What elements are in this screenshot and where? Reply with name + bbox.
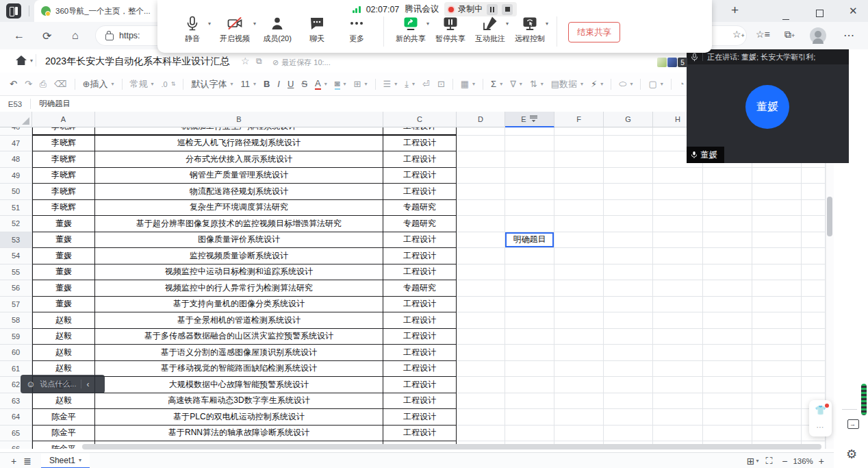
cell-A58[interactable]: 赵毅 [32, 312, 95, 329]
wps-home-button[interactable]: ▾ [15, 55, 33, 66]
column-filter-icon[interactable] [529, 115, 538, 123]
cell-K62[interactable] [802, 377, 826, 393]
undo-icon[interactable]: ↶ [10, 79, 17, 89]
cell-D49[interactable] [457, 168, 505, 184]
cell-F53[interactable] [554, 232, 604, 249]
cell-G58[interactable] [604, 312, 653, 329]
cell-A57[interactable]: 董媛 [32, 297, 95, 313]
skin-widget[interactable]: 👕 ⋯ [809, 400, 832, 436]
data-tools-button[interactable]: ▤数据 [551, 78, 577, 90]
cell-D58[interactable] [457, 312, 505, 329]
cell-F54[interactable] [554, 248, 604, 264]
cell-E55[interactable] [505, 264, 554, 281]
cell-A54[interactable]: 董媛 [32, 248, 95, 264]
cell-B54[interactable]: 监控视频质量诊断系统设计 [95, 248, 383, 264]
refresh-icon[interactable]: ⟳ [42, 29, 51, 42]
cell-I63[interactable] [703, 393, 752, 410]
zoom-in-icon[interactable]: + [819, 456, 824, 467]
cell-F64[interactable] [554, 409, 604, 426]
cell-G49[interactable] [604, 168, 653, 184]
end-share-button[interactable]: 结束共享 [568, 22, 620, 42]
cell-K51[interactable] [802, 200, 826, 217]
new-tab-button[interactable]: + [731, 3, 739, 16]
camera-button[interactable]: 开启视频 [212, 15, 257, 44]
annotate-dropdown-icon[interactable]: ▾ [506, 21, 509, 27]
workspaces-icon[interactable] [6, 3, 21, 19]
cell-H57[interactable] [653, 297, 703, 313]
row-header-51[interactable]: 51 [0, 200, 32, 217]
mute-button[interactable]: 静音 [173, 15, 212, 44]
video-tile[interactable]: 董媛 董媛 [687, 64, 849, 163]
cell-I61[interactable] [703, 361, 752, 378]
row-header-52[interactable]: 52 [0, 216, 32, 232]
cell-E57[interactable] [505, 297, 554, 313]
cell-J64[interactable] [752, 409, 802, 426]
cell-D62[interactable] [457, 377, 505, 393]
cell-G65[interactable] [604, 426, 653, 442]
camera-dropdown-icon[interactable]: ▾ [253, 21, 256, 27]
redo-icon[interactable]: ↷ [25, 79, 32, 89]
cell-F63[interactable] [554, 393, 604, 410]
window-close-button[interactable]: ✕ [849, 5, 858, 16]
font-name-select[interactable]: 默认字体 [191, 78, 227, 90]
eraser-icon[interactable]: ⌫ [54, 79, 66, 89]
cell-D47[interactable] [457, 136, 505, 152]
cell-A49[interactable]: 李晓辉 [32, 168, 95, 184]
cell-H59[interactable] [653, 329, 703, 345]
wrap-text-icon[interactable]: ⏎ [422, 79, 430, 89]
cell-D63[interactable] [457, 393, 505, 410]
cell-J65[interactable] [752, 426, 802, 442]
cell-C56[interactable]: 专题研究 [383, 280, 457, 297]
cell-H51[interactable] [653, 200, 703, 217]
cell-A50[interactable]: 李晓辉 [32, 184, 95, 200]
cell-H50[interactable] [653, 184, 703, 200]
cell-I56[interactable] [703, 280, 752, 297]
cell-J54[interactable] [752, 248, 802, 264]
vertical-align-button[interactable]: ⤓ [405, 79, 409, 90]
cell-D52[interactable] [457, 216, 505, 232]
cell-B58[interactable]: 基于全景相机的管道检测系统设计 [95, 312, 383, 329]
cell-H58[interactable] [653, 312, 703, 329]
cell-C52[interactable]: 专题研究 [383, 216, 457, 232]
column-header-G[interactable]: G [604, 112, 653, 127]
cell-E47[interactable] [505, 136, 554, 152]
annotate-button[interactable]: 互动批注 [470, 15, 510, 44]
cell-J59[interactable] [752, 329, 802, 345]
pause-recording-button[interactable] [487, 4, 498, 15]
cell-I64[interactable] [703, 409, 752, 426]
cell-I50[interactable] [703, 184, 752, 200]
cell-E50[interactable] [505, 184, 554, 200]
cell-G51[interactable] [604, 200, 653, 217]
cell-I53[interactable] [703, 232, 752, 249]
cell-J53[interactable] [752, 232, 802, 249]
cell-J51[interactable] [752, 200, 802, 217]
home-icon[interactable]: ⌂ [72, 29, 79, 42]
settings-button[interactable]: ◔ [679, 79, 685, 89]
emoji-icon[interactable]: ☺ [26, 379, 35, 389]
cell-B65[interactable]: 基于RNN算法的轴承故障诊断系统设计 [95, 426, 383, 442]
cell-G46[interactable] [604, 127, 653, 136]
cell-F49[interactable] [554, 168, 604, 184]
cell-B48[interactable]: 分布式光伏接入展示系统设计 [95, 151, 383, 168]
cell-E64[interactable] [505, 409, 554, 426]
cell-B46[interactable]: 机械加工行业生产排程系统设计 [95, 127, 383, 136]
quick-chat-bar[interactable]: ☺ 说点什么... ‹ [21, 375, 105, 393]
column-header-B[interactable]: B [95, 112, 383, 127]
cell-J58[interactable] [752, 312, 802, 329]
cell-G48[interactable] [604, 151, 653, 168]
chart-button[interactable]: ▦ [461, 79, 469, 89]
cell-H64[interactable] [653, 409, 703, 426]
cell-J50[interactable] [752, 184, 802, 200]
cell-F47[interactable] [554, 136, 604, 152]
cell-A55[interactable]: 董媛 [32, 264, 95, 281]
row-header-57[interactable]: 57 [0, 297, 32, 313]
cell-A65[interactable]: 陈金平 [32, 426, 95, 442]
cell-G52[interactable] [604, 216, 653, 232]
row-header-47[interactable]: 47 [0, 136, 32, 152]
vertical-scrollbar-thumb[interactable] [827, 197, 832, 236]
decimal-button[interactable]: .0 [162, 80, 168, 88]
cell-A56[interactable]: 董媛 [32, 280, 95, 297]
favorites-list-icon[interactable]: ☆≡ [756, 29, 770, 40]
cell-F46[interactable] [554, 127, 604, 136]
cell-F58[interactable] [554, 312, 604, 329]
